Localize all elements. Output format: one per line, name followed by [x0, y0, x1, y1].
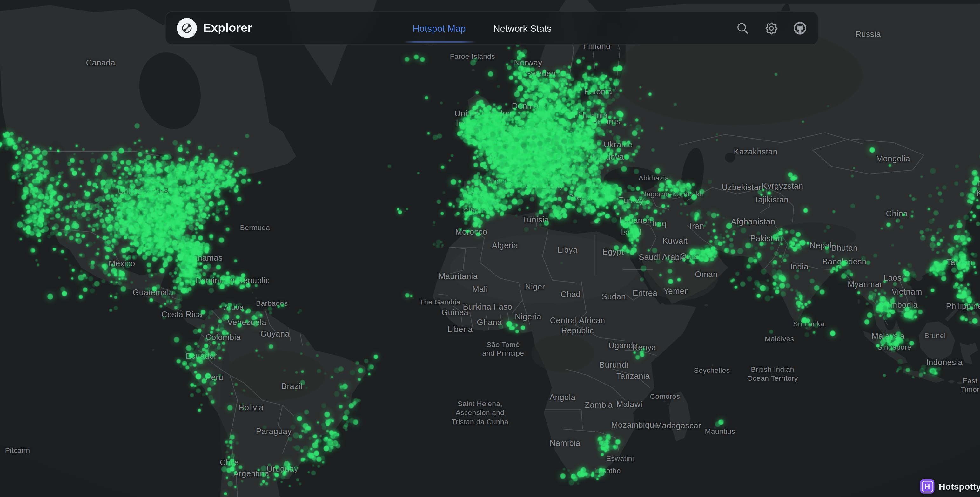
nav-icons: [735, 21, 807, 35]
tab-hotspot-map[interactable]: Hotspot Map: [412, 11, 466, 45]
hotspotty-attribution[interactable]: H Hotspotty: [920, 479, 980, 494]
hotspotty-h-logo: H: [920, 479, 934, 494]
explorer-app: CanadaUnited StatesMexicoGuatemalaCosta …: [0, 0, 980, 497]
tab-network-stats[interactable]: Network Stats: [493, 11, 552, 45]
hotspotty-label: Hotspotty: [939, 481, 980, 491]
search-icon[interactable]: [735, 21, 749, 35]
hotspotty-h-glyph: H: [921, 481, 933, 492]
active-tab-underline: [404, 41, 476, 42]
brand[interactable]: Explorer: [177, 18, 253, 38]
settings-gear-icon[interactable]: [764, 21, 778, 35]
nav-tabs: Hotspot Map Network Stats: [412, 12, 552, 44]
helium-logo-icon: [177, 18, 197, 38]
hotspot-dots-canvas[interactable]: [0, 0, 980, 497]
github-icon[interactable]: [793, 21, 807, 35]
top-navbar: Explorer Hotspot Map Network Stats: [165, 11, 819, 45]
brand-label: Explorer: [203, 21, 253, 35]
